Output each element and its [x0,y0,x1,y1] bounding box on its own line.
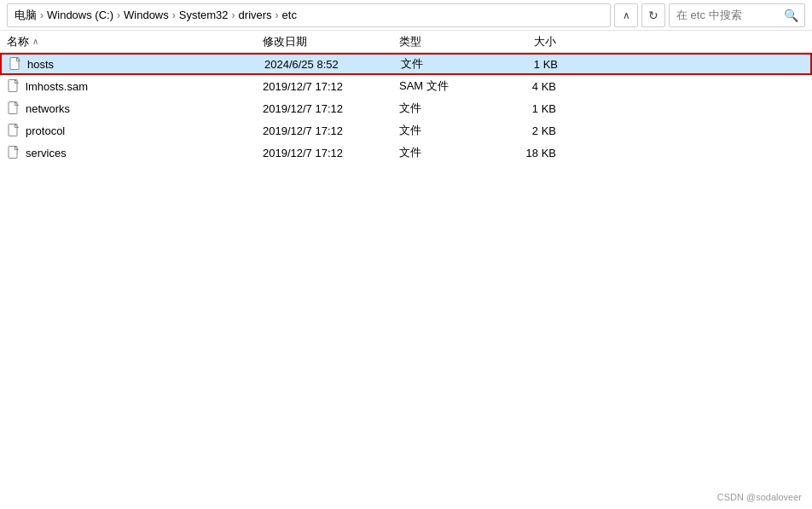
column-type-header[interactable]: 类型 [399,34,502,49]
file-size-cell: 2 KB [502,124,570,137]
file-type-cell: 文件 [399,123,502,138]
file-size-cell: 1 KB [502,102,570,115]
watermark: CSDN @sodaloveer [717,492,802,502]
main-area: 名称 ∧ 修改日期 类型 大小 hosts [0,31,812,509]
file-icon [7,101,20,116]
file-size-cell: 1 KB [503,58,571,71]
file-name-text: lmhosts.sam [26,80,88,93]
search-box[interactable]: 🔍 [669,3,805,27]
breadcrumb-item-drivers[interactable]: drivers [239,9,272,21]
address-bar: 电脑 › Windows (C:) › Windows › System32 ›… [0,0,812,31]
table-row[interactable]: hosts 2024/6/25 8:52 文件 1 KB [0,53,812,75]
table-row[interactable]: services 2019/12/7 17:12 文件 18 KB [0,142,812,164]
breadcrumb[interactable]: 电脑 › Windows (C:) › Windows › System32 ›… [7,3,611,27]
breadcrumb-sep-5: › [276,9,279,21]
file-date-cell: 2024/6/25 8:52 [264,58,401,71]
file-name-text: networks [26,102,70,115]
sort-arrow-icon: ∧ [32,37,38,46]
breadcrumb-sep-1: › [40,9,44,21]
up-arrow-icon: ∧ [623,9,630,21]
breadcrumb-item-system32[interactable]: System32 [179,9,229,21]
file-date-cell: 2019/12/7 17:12 [263,124,399,137]
breadcrumb-sep-4: › [232,9,235,21]
breadcrumb-sep-2: › [117,9,120,21]
file-name-cell: networks [7,101,263,116]
search-input[interactable] [676,9,779,21]
refresh-button[interactable]: ↻ [641,3,665,27]
column-type-label: 类型 [399,35,421,48]
column-header: 名称 ∧ 修改日期 类型 大小 [0,31,812,53]
column-name-header[interactable]: 名称 ∧ [7,34,263,49]
column-size-header[interactable]: 大小 [502,34,570,49]
breadcrumb-sep-3: › [172,9,176,21]
column-size-label: 大小 [534,35,556,48]
svg-rect-0 [10,58,19,70]
file-size-cell: 18 KB [502,147,570,159]
table-row[interactable]: networks 2019/12/7 17:12 文件 1 KB [0,97,812,119]
file-icon [7,145,20,160]
file-name-cell: lmhosts.sam [7,78,263,94]
file-type-cell: SAM 文件 [399,78,502,94]
column-date-header[interactable]: 修改日期 [263,34,399,49]
file-type-cell: 文件 [401,56,503,72]
breadcrumb-item-windows[interactable]: Windows [124,9,169,21]
breadcrumb-item-drive[interactable]: Windows (C:) [47,9,113,21]
svg-rect-2 [9,102,17,114]
sort-toggle-button[interactable]: ∧ [614,3,638,27]
svg-rect-1 [9,80,17,92]
file-icon [7,123,20,138]
file-name-text: hosts [27,58,54,71]
column-name-label: 名称 [7,34,29,49]
file-type-cell: 文件 [399,101,502,116]
search-icon: 🔍 [784,9,798,22]
file-name-cell: hosts [9,56,264,72]
table-row[interactable]: lmhosts.sam 2019/12/7 17:12 SAM 文件 4 KB [0,75,812,97]
file-date-cell: 2019/12/7 17:12 [263,147,399,159]
file-date-cell: 2019/12/7 17:12 [263,102,399,115]
refresh-icon: ↻ [648,9,658,22]
file-name-cell: protocol [7,123,263,138]
svg-rect-3 [9,124,17,136]
file-size-cell: 4 KB [502,80,570,93]
breadcrumb-item-etc[interactable]: etc [282,9,297,21]
file-name-cell: services [7,145,263,160]
file-name-text: services [26,147,67,159]
svg-rect-4 [9,147,17,159]
file-icon [7,78,20,94]
file-date-cell: 2019/12/7 17:12 [263,80,399,93]
file-list: hosts 2024/6/25 8:52 文件 1 KB lmhosts.sam… [0,53,812,509]
column-date-label: 修改日期 [263,35,307,48]
file-name-text: protocol [26,124,65,137]
table-row[interactable]: protocol 2019/12/7 17:12 文件 2 KB [0,119,812,142]
file-icon [9,56,22,72]
file-type-cell: 文件 [399,145,502,160]
breadcrumb-item-computer[interactable]: 电脑 [14,8,37,23]
